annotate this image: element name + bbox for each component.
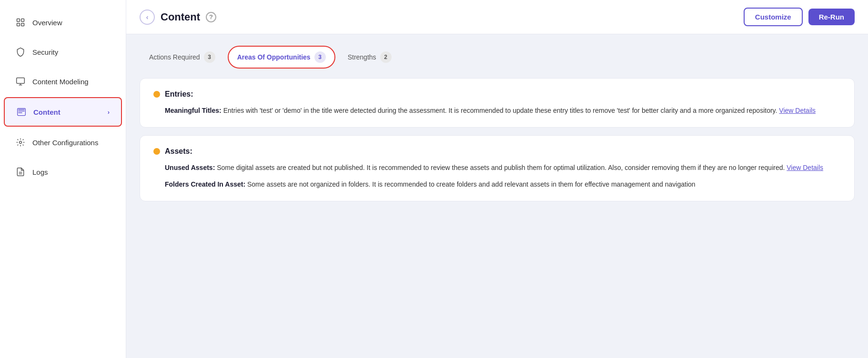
item-label: Unused Assets:	[165, 164, 215, 171]
assets-card-body: Unused Assets: Some digital assets are c…	[153, 162, 841, 189]
content-icon	[16, 107, 27, 117]
question-mark: ?	[209, 13, 213, 20]
sidebar: Overview Security Content Modeling Conte…	[0, 0, 126, 358]
header-right: Customize Re-Run	[744, 8, 855, 26]
view-details-link[interactable]: View Details	[787, 164, 823, 171]
orange-dot-icon	[153, 148, 160, 155]
tab-label: Actions Required	[149, 53, 200, 61]
logs-icon	[15, 167, 26, 177]
tabs: Actions Required 3 Areas Of Opportunitie…	[140, 46, 855, 69]
assets-title-text: Assets:	[165, 147, 192, 156]
svg-rect-3	[21, 23, 24, 26]
tab-badge: 2	[380, 51, 392, 63]
item-text: Some digital assets are created but not …	[217, 164, 785, 171]
item-text: Entries with 'test' or 'demo' in the tit…	[223, 107, 777, 114]
sidebar-item-content-modeling[interactable]: Content Modeling	[4, 68, 122, 95]
svg-rect-4	[17, 78, 25, 84]
tab-strengths[interactable]: Strengths 2	[338, 46, 401, 69]
overview-icon	[15, 17, 26, 28]
sidebar-item-label: Content Modeling	[32, 78, 89, 86]
svg-rect-1	[21, 19, 24, 22]
sidebar-item-label: Content	[33, 108, 61, 116]
item-label: Meaningful Titles:	[165, 107, 222, 114]
sidebar-item-label: Logs	[32, 168, 48, 176]
other-configurations-icon	[15, 137, 26, 148]
page-title: Content	[161, 11, 200, 23]
header: ‹ Content ? Customize Re-Run	[126, 0, 868, 34]
main-content: ‹ Content ? Customize Re-Run Actions Req…	[126, 0, 868, 358]
svg-point-6	[20, 141, 22, 144]
entries-card-body: Meaningful Titles: Entries with 'test' o…	[153, 105, 841, 116]
item-text: Some assets are not organized in folders…	[247, 180, 696, 188]
assets-card-title: Assets:	[153, 147, 841, 156]
svg-rect-2	[17, 23, 20, 26]
rerun-button[interactable]: Re-Run	[808, 9, 855, 25]
back-button[interactable]: ‹	[140, 10, 155, 25]
chevron-right-icon: ›	[108, 109, 110, 116]
orange-dot-icon	[153, 91, 160, 98]
header-left: ‹ Content ?	[140, 10, 216, 25]
chevron-left-icon: ‹	[146, 13, 149, 21]
tab-badge: 3	[314, 51, 326, 63]
customize-button[interactable]: Customize	[744, 8, 803, 26]
sidebar-item-logs[interactable]: Logs	[4, 158, 122, 186]
assets-card: Assets: Unused Assets: Some digital asse…	[140, 135, 855, 201]
list-item: Unused Assets: Some digital assets are c…	[165, 162, 841, 173]
view-details-link[interactable]: View Details	[779, 107, 816, 114]
sidebar-item-content[interactable]: Content ›	[4, 97, 122, 127]
help-icon[interactable]: ?	[206, 12, 216, 22]
content-modeling-icon	[15, 76, 26, 87]
tab-actions-required[interactable]: Actions Required 3	[140, 46, 225, 69]
content-area: Actions Required 3 Areas Of Opportunitie…	[126, 34, 868, 358]
item-label: Folders Created In Asset:	[165, 180, 245, 188]
security-icon	[15, 47, 26, 57]
sidebar-item-label: Security	[32, 48, 58, 56]
list-item: Meaningful Titles: Entries with 'test' o…	[165, 105, 841, 116]
sidebar-item-label: Overview	[32, 19, 62, 27]
svg-rect-0	[17, 19, 20, 22]
sidebar-item-other-configurations[interactable]: Other Configurations	[4, 129, 122, 156]
sidebar-item-label: Other Configurations	[32, 139, 98, 147]
entries-card: Entries: Meaningful Titles: Entries with…	[140, 78, 855, 128]
sidebar-item-overview[interactable]: Overview	[4, 9, 122, 36]
tab-badge: 3	[204, 51, 215, 63]
tab-label: Areas Of Opportunities	[237, 53, 311, 61]
entries-card-title: Entries:	[153, 90, 841, 99]
tab-label: Strengths	[348, 53, 376, 61]
tab-areas-of-opportunities[interactable]: Areas Of Opportunities 3	[228, 46, 335, 69]
sidebar-item-security[interactable]: Security	[4, 38, 122, 66]
entries-title-text: Entries:	[165, 90, 193, 99]
list-item: Folders Created In Asset: Some assets ar…	[165, 179, 841, 189]
